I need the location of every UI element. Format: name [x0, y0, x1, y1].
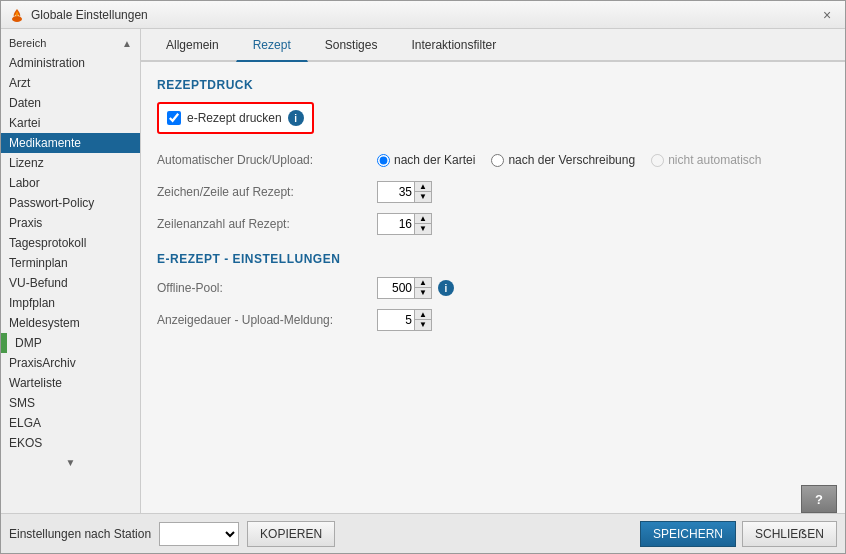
content-area: Bereich ▲ Administration Arzt Daten Kart…: [1, 29, 845, 513]
help-area: ?: [141, 481, 845, 513]
sidebar-item-impfplan[interactable]: Impfplan: [1, 293, 140, 313]
zeilen-up[interactable]: ▲: [415, 214, 431, 224]
radio-verschreibung[interactable]: nach der Verschreibung: [491, 153, 635, 167]
zeilen-spinbox-container: ▲ ▼: [377, 213, 432, 235]
offline-value-container: ▲ ▼ i: [377, 277, 454, 299]
sidebar-item-tagesprotokoll[interactable]: Tagesprotokoll: [1, 233, 140, 253]
zeilen-down[interactable]: ▼: [415, 224, 431, 234]
close-button[interactable]: ×: [817, 5, 837, 25]
zeilen-spinbox[interactable]: ▲ ▼: [377, 213, 432, 235]
bottom-left: Einstellungen nach Station KOPIEREN: [9, 521, 335, 547]
title-bar-left: Globale Einstellungen: [9, 7, 148, 23]
anzeigedauer-spinbox-container: ▲ ▼: [377, 309, 432, 331]
sidebar-item-praxisarchiv[interactable]: PraxisArchiv: [1, 353, 140, 373]
anzeigedauer-row: Anzeigedauer - Upload-Meldung: ▲ ▼: [157, 308, 829, 332]
radio-group: nach der Kartei nach der Verschreibung n…: [377, 153, 762, 167]
sidebar-item-daten[interactable]: Daten: [1, 93, 140, 113]
sidebar-item-ekos[interactable]: EKOS: [1, 433, 140, 453]
sidebar-item-warteliste[interactable]: Warteliste: [1, 373, 140, 393]
offline-info-icon[interactable]: i: [438, 280, 454, 296]
offline-spinbox[interactable]: ▲ ▼: [377, 277, 432, 299]
offline-arrows: ▲ ▼: [414, 278, 431, 298]
radio-nicht-automatisch-label: nicht automatisch: [668, 153, 761, 167]
radio-verschreibung-label: nach der Verschreibung: [508, 153, 635, 167]
offline-row: Offline-Pool: ▲ ▼ i: [157, 276, 829, 300]
radio-kartei[interactable]: nach der Kartei: [377, 153, 475, 167]
sidebar-item-labor[interactable]: Labor: [1, 173, 140, 193]
zeichen-input[interactable]: [378, 182, 414, 202]
title-bar: Globale Einstellungen ×: [1, 1, 845, 29]
erezept-row: e-Rezept drucken i: [157, 102, 314, 134]
zeichen-spinbox[interactable]: ▲ ▼: [377, 181, 432, 203]
offline-label: Offline-Pool:: [157, 281, 377, 295]
sidebar-scroll-down[interactable]: ▼: [66, 457, 76, 468]
auto-print-label: Automatischer Druck/Upload:: [157, 153, 377, 167]
radio-kartei-label: nach der Kartei: [394, 153, 475, 167]
form-content: REZEPTDRUCK e-Rezept drucken i Automatis…: [141, 62, 845, 481]
sidebar-item-arzt[interactable]: Arzt: [1, 73, 140, 93]
tab-allgemein[interactable]: Allgemein: [149, 29, 236, 62]
zeichen-row: Zeichen/Zeile auf Rezept: ▲ ▼: [157, 180, 829, 204]
zeilen-label: Zeilenanzahl auf Rezept:: [157, 217, 377, 231]
sidebar-item-vu-befund[interactable]: VU-Befund: [1, 273, 140, 293]
svg-point-0: [12, 16, 22, 22]
station-select[interactable]: [159, 522, 239, 546]
anzeigedauer-arrows: ▲ ▼: [414, 310, 431, 330]
sidebar-item-praxis[interactable]: Praxis: [1, 213, 140, 233]
section-erezept: E-REZEPT - EINSTELLUNGEN: [157, 252, 829, 266]
sidebar-item-sms[interactable]: SMS: [1, 393, 140, 413]
offline-input[interactable]: [378, 278, 414, 298]
zeichen-label: Zeichen/Zeile auf Rezept:: [157, 185, 377, 199]
anzeigedauer-spinbox[interactable]: ▲ ▼: [377, 309, 432, 331]
schliessen-button[interactable]: SCHLIEẞEN: [742, 521, 837, 547]
window-title: Globale Einstellungen: [31, 8, 148, 22]
anzeigedauer-down[interactable]: ▼: [415, 320, 431, 330]
bottom-bar: Einstellungen nach Station KOPIEREN SPEI…: [1, 513, 845, 553]
sidebar-item-terminplan[interactable]: Terminplan: [1, 253, 140, 273]
anzeigedauer-label: Anzeigedauer - Upload-Meldung:: [157, 313, 377, 327]
sidebar-item-passwort-policy[interactable]: Passwort-Policy: [1, 193, 140, 213]
radio-nicht-automatisch[interactable]: nicht automatisch: [651, 153, 761, 167]
section-rezeptdruck: REZEPTDRUCK: [157, 78, 829, 92]
help-button[interactable]: ?: [801, 485, 837, 513]
zeilen-row: Zeilenanzahl auf Rezept: ▲ ▼: [157, 212, 829, 236]
sidebar-item-meldesystem[interactable]: Meldesystem: [1, 313, 140, 333]
zeichen-arrows: ▲ ▼: [414, 182, 431, 202]
bottom-right: SPEICHERN SCHLIEẞEN: [640, 521, 837, 547]
zeichen-down[interactable]: ▼: [415, 192, 431, 202]
sidebar-item-dmp[interactable]: DMP: [7, 333, 140, 353]
tab-rezept[interactable]: Rezept: [236, 29, 308, 62]
zeilen-input[interactable]: [378, 214, 414, 234]
tab-sonstiges[interactable]: Sonstiges: [308, 29, 395, 62]
sidebar-scroll-up[interactable]: ▲: [122, 38, 132, 49]
offline-up[interactable]: ▲: [415, 278, 431, 288]
sidebar-item-kartei[interactable]: Kartei: [1, 113, 140, 133]
anzeigedauer-input[interactable]: [378, 310, 414, 330]
sidebar-header: Bereich ▲: [1, 33, 140, 53]
zeichen-up[interactable]: ▲: [415, 182, 431, 192]
tabs: Allgemein Rezept Sonstiges Interaktionsf…: [141, 29, 845, 62]
kopieren-button[interactable]: KOPIEREN: [247, 521, 335, 547]
erezept-checkbox[interactable]: [167, 111, 181, 125]
sidebar-item-lizenz[interactable]: Lizenz: [1, 153, 140, 173]
app-icon: [9, 7, 25, 23]
anzeigedauer-up[interactable]: ▲: [415, 310, 431, 320]
sidebar-item-dmp-row: DMP: [1, 333, 140, 353]
sidebar: Bereich ▲ Administration Arzt Daten Kart…: [1, 29, 141, 513]
sidebar-item-administration[interactable]: Administration: [1, 53, 140, 73]
tab-interaktionsfilter[interactable]: Interaktionsfilter: [394, 29, 513, 62]
erezept-info-icon[interactable]: i: [288, 110, 304, 126]
sidebar-item-medikamente[interactable]: Medikamente: [1, 133, 140, 153]
auto-print-row: Automatischer Druck/Upload: nach der Kar…: [157, 148, 829, 172]
zeichen-spinbox-container: ▲ ▼: [377, 181, 432, 203]
speichern-button[interactable]: SPEICHERN: [640, 521, 736, 547]
main-window: Globale Einstellungen × Bereich ▲ Admini…: [0, 0, 846, 554]
main-panel: Allgemein Rezept Sonstiges Interaktionsf…: [141, 29, 845, 513]
offline-down[interactable]: ▼: [415, 288, 431, 298]
zeilen-arrows: ▲ ▼: [414, 214, 431, 234]
erezept-label: e-Rezept drucken: [187, 111, 282, 125]
sidebar-item-elga[interactable]: ELGA: [1, 413, 140, 433]
station-label: Einstellungen nach Station: [9, 527, 151, 541]
